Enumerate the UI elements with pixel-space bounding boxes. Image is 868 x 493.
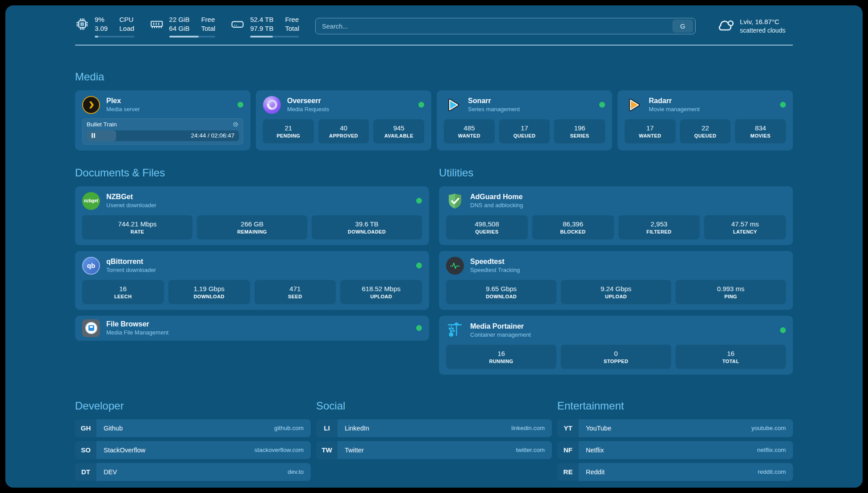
bookmark-github[interactable]: GH Github github.com: [75, 419, 311, 437]
section-title-utilities: Utilities: [439, 167, 793, 179]
memory-usage-bar-fill: [169, 36, 199, 38]
app-card-nzbget[interactable]: nzbget NZBGet Usenet downloader 744.21 M…: [75, 186, 429, 245]
bookmark-stackoverflow[interactable]: SO StackOverflow stackoverflow.com: [75, 441, 311, 459]
section-title-entertainment: Entertainment: [557, 400, 793, 412]
status-badge-online: [416, 198, 422, 204]
app-description: Media server: [106, 106, 140, 113]
stat-tile: 2,953 FILTERED: [618, 215, 700, 239]
app-card-qbittorrent[interactable]: qb qBittorrent Torrent downloader 16 LEE…: [75, 251, 429, 310]
overseerr-icon: [263, 96, 281, 114]
system-metrics: 9% 3.09 CPU Load: [75, 15, 299, 38]
app-card-sonarr[interactable]: Sonarr Series management 485 WANTED 17 Q…: [437, 90, 612, 150]
bookmark-reddit[interactable]: RE Reddit reddit.com: [557, 463, 793, 481]
stat-tile: 16 TOTAL: [676, 345, 786, 369]
cpu-usage-bar-fill: [95, 36, 98, 38]
bookmark-tag: SO: [75, 441, 96, 459]
app-description: Movie management: [649, 106, 700, 113]
stat-tile: 0 STOPPED: [561, 345, 671, 369]
stat-tile: 744.21 Mbps RATE: [82, 215, 192, 239]
speedtest-icon: [446, 257, 464, 275]
weather-condition: scattered clouds: [740, 26, 785, 35]
app-description: Media File Management: [106, 329, 168, 336]
status-badge-online: [416, 263, 422, 268]
utilities-column: AdGuard Home DNS and adblocking 498,508 …: [439, 186, 793, 375]
status-badge-online: [238, 102, 243, 108]
memory-icon: [150, 15, 164, 33]
documents-column: nzbget NZBGet Usenet downloader 744.21 M…: [75, 186, 429, 341]
bookmark-youtube[interactable]: YT YouTube youtube.com: [557, 419, 793, 437]
search-input[interactable]: [322, 23, 672, 30]
app-name: Overseerr: [287, 97, 329, 105]
stat-tile: 0.993 ms PING: [676, 280, 786, 304]
app-description: Torrent downloader: [106, 267, 156, 273]
bookmark-domain: linkedin.com: [511, 425, 545, 431]
app-name: Media Portainer: [470, 322, 531, 330]
bookmark-name: DEV: [104, 468, 117, 476]
qbittorrent-icon: qb: [82, 257, 100, 275]
app-card-adguard[interactable]: AdGuard Home DNS and adblocking 498,508 …: [439, 186, 793, 245]
disk-usage-bar: [250, 36, 299, 38]
app-description: Container management: [470, 331, 531, 338]
social-links: LI LinkedIn linkedin.com TW Twitter twit…: [316, 419, 552, 459]
stat-tile: 86,396 BLOCKED: [532, 215, 614, 239]
stat-tile: 834 MOVIES: [735, 119, 786, 143]
weather-widget: Lviv, 16.87°C scattered clouds: [716, 17, 793, 36]
app-card-plex[interactable]: Plex Media server Bullet Train: [75, 90, 250, 150]
top-bar: 9% 3.09 CPU Load: [75, 5, 793, 38]
bookmark-name: LinkedIn: [345, 425, 369, 432]
cloud-icon: [716, 17, 734, 36]
bookmark-name: Reddit: [586, 468, 605, 476]
cpu-icon: [75, 15, 89, 33]
now-playing-settings-icon[interactable]: [232, 121, 239, 128]
app-name: AdGuard Home: [470, 193, 523, 201]
stat-tile: 1.19 Gbps DOWNLOAD: [168, 280, 250, 304]
app-card-portainer[interactable]: Media Portainer Container management 16 …: [439, 316, 793, 375]
bookmark-tag: RE: [557, 463, 579, 481]
status-badge-online: [416, 325, 422, 331]
bookmark-domain: reddit.com: [758, 468, 786, 475]
search-engine-button[interactable]: G: [672, 20, 693, 33]
bookmark-tag: DT: [75, 463, 96, 481]
app-description: Media Requests: [287, 106, 329, 113]
app-name: File Browser: [106, 320, 168, 328]
cpu-values: 9% 3.09: [95, 15, 108, 33]
bookmark-netflix[interactable]: NF Netflix netflix.com: [557, 441, 793, 459]
app-name: Plex: [106, 97, 140, 105]
app-name: Sonarr: [468, 97, 520, 105]
adguard-icon: [446, 192, 464, 210]
bookmark-twitter[interactable]: TW Twitter twitter.com: [316, 441, 552, 459]
stat-tile: 498,508 QUERIES: [446, 215, 528, 239]
stat-tile: 17 QUEUED: [499, 119, 550, 143]
bookmark-tag: NF: [557, 441, 579, 459]
app-card-overseerr[interactable]: Overseerr Media Requests 21 PENDING 40 A…: [256, 90, 431, 150]
developer-links: GH Github github.com SO StackOverflow st…: [75, 419, 311, 481]
bookmark-domain: twitter.com: [516, 447, 545, 453]
bookmark-tag: YT: [557, 419, 579, 437]
memory-metric: 22 GiB 64 GiB Free Total: [150, 15, 216, 38]
stat-tile: 47.57 ms LATENCY: [704, 215, 786, 239]
bookmark-tag: LI: [316, 419, 338, 437]
sonarr-icon: [444, 96, 462, 114]
disk-icon: [230, 15, 245, 33]
plex-now-playing: Bullet Train 24:44 / 0: [82, 118, 243, 145]
app-description: Series management: [468, 106, 520, 113]
disk-labels: Free Total: [285, 15, 299, 33]
section-title-media: Media: [75, 71, 793, 83]
bookmark-linkedin[interactable]: LI LinkedIn linkedin.com: [316, 419, 552, 437]
weather-location-temp: Lviv, 16.87°C: [740, 17, 785, 26]
app-card-radarr[interactable]: Radarr Movie management 17 WANTED 22 QUE…: [618, 90, 793, 150]
app-card-filebrowser[interactable]: File Browser Media File Management: [75, 316, 429, 341]
bookmark-dev[interactable]: DT DEV dev.to: [75, 463, 311, 481]
filebrowser-icon: [82, 319, 100, 337]
pause-icon[interactable]: [91, 133, 96, 138]
app-description: Usenet downloader: [106, 202, 156, 209]
bookmark-name: StackOverflow: [104, 447, 145, 454]
cpu-labels: CPU Load: [119, 15, 134, 33]
bookmark-name: Twitter: [345, 447, 364, 454]
memory-labels: Free Total: [201, 15, 215, 33]
status-badge-online: [418, 102, 424, 108]
stat-tile: 16 RUNNING: [446, 345, 556, 369]
nzbget-icon: nzbget: [82, 192, 100, 210]
app-card-speedtest[interactable]: Speedtest Speedtest Tracking 9.65 Gbps D…: [439, 251, 793, 310]
bookmark-name: Netflix: [586, 447, 604, 454]
